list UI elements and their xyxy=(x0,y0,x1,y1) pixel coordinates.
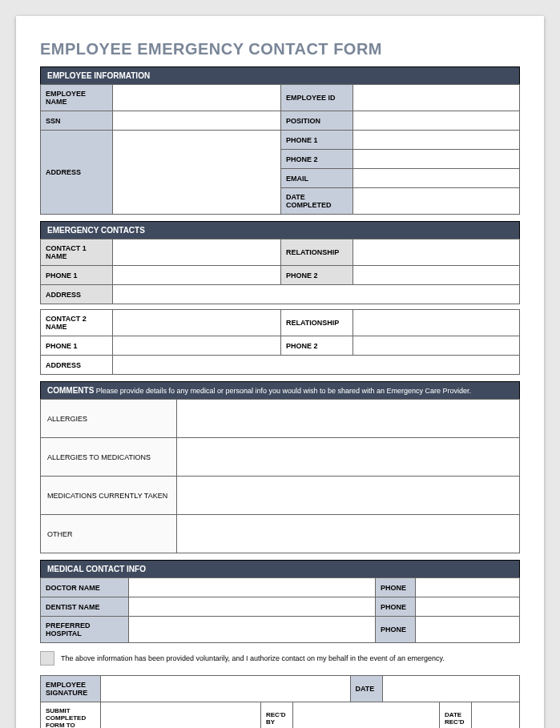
label-hospital-phone: PHONE xyxy=(376,617,416,643)
label-allergies: ALLERGIES xyxy=(41,400,177,438)
field-other[interactable] xyxy=(177,515,520,553)
label-sig-date: DATE xyxy=(350,676,382,702)
label-contact1-address: ADDRESS xyxy=(41,285,113,304)
signature-table: EMPLOYEE SIGNATURE DATE SUBMIT COMPLETED… xyxy=(40,675,520,728)
section-emergency-contacts-header: EMERGENCY CONTACTS xyxy=(40,221,520,239)
field-ssn[interactable] xyxy=(113,111,281,131)
field-contact1-name[interactable] xyxy=(113,239,281,266)
label-recd-by: REC'D BY xyxy=(261,702,293,729)
label-date-recd: DATE REC'D xyxy=(440,702,472,729)
section-comments-header: COMMENTS Please provide details fo any m… xyxy=(40,381,520,399)
label-contact2-phone2: PHONE 2 xyxy=(281,336,353,356)
label-contact2-address: ADDRESS xyxy=(41,356,113,375)
field-recd-by[interactable] xyxy=(293,702,440,729)
label-date-completed: DATE COMPLETED xyxy=(281,188,353,215)
form-page: EMPLOYEE EMERGENCY CONTACT FORM EMPLOYEE… xyxy=(16,16,544,728)
comments-header-bold: COMMENTS xyxy=(47,386,94,395)
label-employee-id: EMPLOYEE ID xyxy=(281,85,353,111)
label-dentist: DENTIST NAME xyxy=(41,597,129,617)
label-contact1-phone2: PHONE 2 xyxy=(281,266,353,285)
field-doctor-phone[interactable] xyxy=(416,578,520,597)
field-employee-signature[interactable] xyxy=(101,676,351,702)
field-contact1-phone1[interactable] xyxy=(113,266,281,285)
section-employee-info-header: EMPLOYEE INFORMATION xyxy=(40,66,520,84)
label-doctor: DOCTOR NAME xyxy=(41,578,129,597)
field-employee-name[interactable] xyxy=(113,85,281,111)
label-address: ADDRESS xyxy=(41,131,113,215)
field-allergies-meds[interactable] xyxy=(177,438,520,477)
employee-info-table: EMPLOYEE NAME EMPLOYEE ID SSN POSITION A… xyxy=(40,84,520,215)
field-hospital[interactable] xyxy=(129,617,376,643)
field-position[interactable] xyxy=(353,111,520,131)
label-hospital: PREFERRED HOSPITAL xyxy=(41,617,129,643)
field-dentist[interactable] xyxy=(129,597,376,617)
field-contact2-address[interactable] xyxy=(113,356,520,375)
label-employee-signature: EMPLOYEE SIGNATURE xyxy=(41,676,101,702)
comments-table: ALLERGIES ALLERGIES TO MEDICATIONS MEDIC… xyxy=(40,399,520,553)
field-contact2-relationship[interactable] xyxy=(353,310,520,336)
label-contact1-phone1: PHONE 1 xyxy=(41,266,113,285)
label-contact2-phone1: PHONE 1 xyxy=(41,336,113,356)
field-contact2-phone1[interactable] xyxy=(113,336,281,356)
label-employee-name: EMPLOYEE NAME xyxy=(41,85,113,111)
label-email: EMAIL xyxy=(281,169,353,188)
emergency-contacts-table-2: CONTACT 2 NAME RELATIONSHIP PHONE 1 PHON… xyxy=(40,309,520,375)
label-meds-current: MEDICATIONS CURRENTLY TAKEN xyxy=(41,477,177,515)
field-hospital-phone[interactable] xyxy=(416,617,520,643)
field-contact1-address[interactable] xyxy=(113,285,520,304)
field-dentist-phone[interactable] xyxy=(416,597,520,617)
field-phone1[interactable] xyxy=(353,131,520,150)
label-contact2-name: CONTACT 2 NAME xyxy=(41,310,113,336)
medical-info-table: DOCTOR NAME PHONE DENTIST NAME PHONE PRE… xyxy=(40,577,520,643)
label-phone1: PHONE 1 xyxy=(281,131,353,150)
label-contact2-relationship: RELATIONSHIP xyxy=(281,310,353,336)
field-allergies[interactable] xyxy=(177,400,520,438)
label-contact1-relationship: RELATIONSHIP xyxy=(281,239,353,266)
comments-header-note: Please provide details fo any medical or… xyxy=(94,387,471,395)
field-phone2[interactable] xyxy=(353,150,520,169)
field-date-completed[interactable] xyxy=(353,188,520,215)
label-ssn: SSN xyxy=(41,111,113,131)
label-contact1-name: CONTACT 1 NAME xyxy=(41,239,113,266)
field-contact1-phone2[interactable] xyxy=(353,266,520,285)
form-title: EMPLOYEE EMERGENCY CONTACT FORM xyxy=(40,40,520,58)
authorization-row: The above information has been provided … xyxy=(40,651,520,666)
field-contact2-phone2[interactable] xyxy=(353,336,520,356)
field-email[interactable] xyxy=(353,169,520,188)
field-date-recd[interactable] xyxy=(472,702,520,729)
label-dentist-phone: PHONE xyxy=(376,597,416,617)
authorization-checkbox[interactable] xyxy=(40,651,54,666)
field-submit-to[interactable] xyxy=(101,702,261,729)
field-employee-id[interactable] xyxy=(353,85,520,111)
label-doctor-phone: PHONE xyxy=(376,578,416,597)
field-doctor[interactable] xyxy=(129,578,376,597)
label-other: OTHER xyxy=(41,515,177,553)
label-position: POSITION xyxy=(281,111,353,131)
label-submit-to: SUBMIT COMPLETED FORM TO xyxy=(41,702,101,729)
emergency-contacts-table-1: CONTACT 1 NAME RELATIONSHIP PHONE 1 PHON… xyxy=(40,239,520,304)
field-sig-date[interactable] xyxy=(382,676,520,702)
field-contact2-name[interactable] xyxy=(113,310,281,336)
label-phone2: PHONE 2 xyxy=(281,150,353,169)
section-medical-info-header: MEDICAL CONTACT INFO xyxy=(40,560,520,577)
field-address[interactable] xyxy=(113,131,281,215)
label-allergies-meds: ALLERGIES TO MEDICATIONS xyxy=(41,438,177,477)
field-meds-current[interactable] xyxy=(177,477,520,515)
authorization-text: The above information has been provided … xyxy=(61,654,445,662)
field-contact1-relationship[interactable] xyxy=(353,239,520,266)
